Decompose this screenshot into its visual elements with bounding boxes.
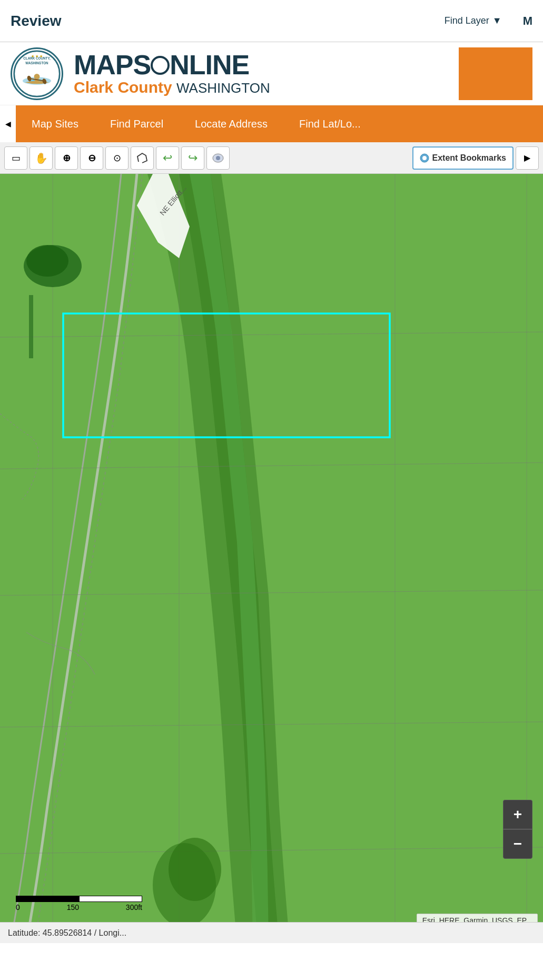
left-arrow-icon: ◀ — [5, 120, 11, 128]
forward-button[interactable]: ↪ — [181, 146, 204, 170]
zoom-out-button[interactable]: ⊖ — [80, 146, 103, 170]
pan-tool-button[interactable]: ✋ — [29, 146, 53, 170]
polygon-icon — [136, 152, 148, 164]
back-button[interactable]: ↩ — [156, 146, 179, 170]
menu-tool-button[interactable]: ▭ — [4, 146, 27, 170]
toolbar: ▭ ✋ ⊕ ⊖ ⊙ ↩ ↪ Extent — [0, 142, 543, 174]
select-polygon-button[interactable] — [131, 146, 154, 170]
header: CLARK COUNTY, WASHINGTON ★ ★ ★ MAPSNLINE… — [0, 42, 543, 105]
orange-nav: ◀ Map Sites Find Parcel Locate Address F… — [0, 105, 543, 142]
nav-find-parcel[interactable]: Find Parcel — [94, 105, 179, 142]
nav-locate-address[interactable]: Locate Address — [179, 105, 283, 142]
edit-button[interactable] — [206, 146, 230, 170]
forward-arrow-icon: ↪ — [188, 151, 198, 165]
svg-point-24 — [26, 245, 68, 277]
back-arrow-icon: ↩ — [163, 151, 172, 165]
zoom-controls: + − — [503, 800, 532, 859]
map-container[interactable]: NE Elliott... + − 0 150 300 — [0, 174, 543, 943]
map-canvas: NE Elliott... — [0, 174, 543, 943]
header-text: MAPSNLINE Clark County WASHINGTON — [74, 51, 459, 96]
top-nav: Review Find Layer ▼ M — [0, 0, 543, 42]
zoom-out-icon: ⊖ — [88, 152, 96, 164]
scale-label-300: 300ft — [126, 903, 142, 912]
find-layer-label: Find Layer — [445, 15, 489, 26]
page-title: Review — [11, 13, 445, 30]
coordinates-text: Latitude: 45.89526814 / Longi... — [8, 928, 126, 938]
svg-rect-25 — [29, 295, 33, 358]
plus-icon: + — [514, 806, 522, 823]
bookmarks-icon — [420, 153, 429, 163]
clark-county-logo: CLARK COUNTY, WASHINGTON ★ ★ ★ — [11, 47, 63, 100]
zoom-reset-button[interactable]: ⊙ — [105, 146, 129, 170]
more-button[interactable]: ▶ — [516, 146, 539, 170]
nav-map-sites[interactable]: Map Sites — [16, 105, 94, 142]
zoom-in-icon: ⊕ — [63, 152, 71, 164]
find-layer-button[interactable]: Find Layer ▼ — [445, 15, 502, 26]
chevron-down-icon: ▼ — [492, 15, 502, 26]
clark-county-subtitle: Clark County WASHINGTON — [74, 79, 459, 96]
svg-point-12 — [422, 156, 427, 160]
scale-bar: 0 150 300ft — [16, 896, 142, 912]
svg-text:★ ★ ★: ★ ★ ★ — [31, 53, 43, 58]
zoom-in-map-button[interactable]: + — [503, 800, 532, 829]
svg-point-10 — [216, 156, 220, 160]
pencil-icon — [212, 152, 224, 164]
svg-point-4 — [34, 74, 40, 80]
minus-icon: − — [514, 836, 522, 852]
nav-left-tab[interactable]: ◀ — [0, 105, 16, 142]
zoom-reset-icon: ⊙ — [113, 152, 121, 164]
extent-bookmarks-label: Extent Bookmarks — [432, 153, 507, 163]
zoom-out-map-button[interactable]: − — [503, 829, 532, 859]
svg-text:WASHINGTON: WASHINGTON — [25, 61, 48, 65]
m-button[interactable]: M — [523, 14, 532, 28]
header-orange-accent — [459, 47, 532, 100]
more-icon: ▶ — [524, 153, 530, 163]
hand-icon: ✋ — [35, 152, 48, 164]
status-bar: Latitude: 45.89526814 / Longi... — [0, 922, 543, 943]
scale-label-0: 0 — [16, 903, 20, 912]
extent-bookmarks-button[interactable]: Extent Bookmarks — [412, 146, 514, 170]
nav-find-lat-lo[interactable]: Find Lat/Lo... — [283, 105, 377, 142]
rectangle-icon: ▭ — [12, 152, 21, 164]
zoom-in-button[interactable]: ⊕ — [55, 146, 78, 170]
scale-label-150: 150 — [67, 903, 79, 912]
maps-online-title: MAPSNLINE — [74, 51, 459, 79]
svg-point-30 — [169, 838, 221, 901]
